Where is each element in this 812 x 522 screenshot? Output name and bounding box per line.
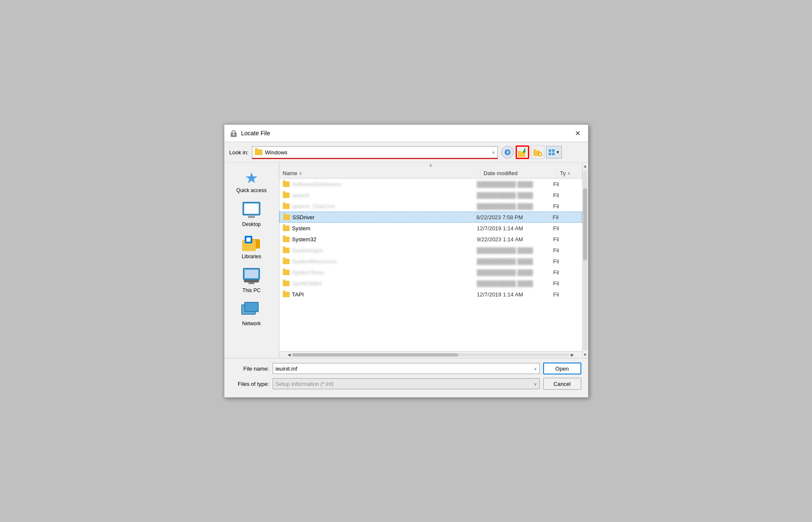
file-row-type: Fil — [553, 247, 579, 254]
toolbar-buttons: ▼ — [501, 145, 562, 159]
sidebar-item-this-pc[interactable]: This PC — [224, 265, 279, 297]
up-folder-icon — [517, 147, 528, 158]
file-row[interactable]: SoftwareDistribution██████████ ████Fil — [279, 179, 582, 190]
svg-rect-13 — [539, 154, 541, 155]
file-name-text: TAPI — [292, 291, 304, 298]
sidebar-quick-access-label: Quick access — [236, 187, 266, 193]
file-name-text: speech_OneCore — [292, 203, 335, 209]
file-row[interactable]: SSDriver8/22/2023 7:58 PMFil — [279, 212, 582, 223]
filename-input[interactable]: ieuinit.inf ∨ — [273, 363, 540, 374]
this-pc-icon — [241, 268, 262, 286]
file-row[interactable]: speech██████████ ████Fil — [279, 190, 582, 201]
folder-icon-sm — [255, 149, 262, 155]
col-header-name[interactable]: Name ∧ — [279, 168, 480, 178]
file-row[interactable]: speech_OneCore██████████ ████Fil — [279, 201, 582, 212]
scroll-up-arrow[interactable]: ▲ — [582, 163, 588, 169]
file-row-type: Fil — [553, 258, 579, 265]
folder-icon — [283, 270, 290, 275]
vertical-scrollbar[interactable]: ▲ ▼ — [582, 163, 588, 358]
file-row-date: ██████████ ████ — [477, 247, 553, 254]
scroll-down-arrow[interactable]: ▼ — [582, 352, 588, 358]
sidebar-item-quick-access[interactable]: ★ Quick access — [224, 167, 279, 197]
file-row-type: Fil — [553, 269, 579, 276]
dialog-title: Locate File — [241, 130, 270, 137]
horizontal-scrollbar[interactable]: ◀ ▶ — [279, 351, 582, 358]
folder-icon — [283, 237, 290, 242]
scroll-right-arrow[interactable]: ▶ — [569, 352, 575, 357]
file-row-name: System — [283, 225, 477, 232]
sidebar-item-network[interactable]: Network — [224, 299, 279, 330]
cancel-button[interactable]: Cancel — [543, 378, 581, 390]
file-list-header: Name ∧ Date modified Ty ∧ — [279, 168, 582, 179]
folder-icon — [283, 181, 290, 187]
look-in-chevron: ∨ — [492, 150, 495, 155]
locate-file-dialog: Locate File ✕ Look in: Windows ∨ — [224, 124, 589, 398]
filetype-row: Files of type: Setup Information (*.inf)… — [231, 378, 581, 390]
close-button[interactable]: ✕ — [573, 128, 583, 138]
red-underline — [252, 158, 498, 159]
file-row[interactable]: SystemTemp██████████ ████Fil — [279, 267, 582, 278]
file-name-text: System32 — [292, 236, 317, 243]
col-header-type[interactable]: Ty ∧ — [557, 168, 582, 178]
filename-row: File name: ieuinit.inf ∨ Open — [231, 363, 581, 374]
file-row[interactable]: System329/22/2023 1:14 AMFil — [279, 234, 582, 245]
filename-value: ieuinit.inf — [276, 366, 297, 372]
look-in-dropdown[interactable]: Windows ∨ — [252, 146, 498, 158]
folder-icon — [283, 215, 290, 220]
scroll-up-indicator: ∧ — [279, 163, 582, 167]
toolbar: Look in: Windows ∨ — [224, 142, 588, 163]
file-row[interactable]: TAPI12/7/2019 1:14 AMFil — [279, 289, 582, 300]
folder-icon — [283, 292, 290, 297]
scroll-left-arrow[interactable]: ◀ — [286, 352, 292, 357]
folder-icon — [283, 226, 290, 231]
folder-icon — [283, 281, 290, 286]
file-row-date: 8/22/2023 7:58 PM — [477, 214, 553, 221]
file-row-date: ██████████ ████ — [477, 192, 553, 198]
file-row-type: Fil — [553, 225, 579, 232]
file-row-name: SystemTemp — [283, 269, 477, 276]
file-row[interactable]: SystemResources██████████ ████Fil — [279, 256, 582, 267]
open-button[interactable]: Open — [543, 363, 581, 374]
file-row-type: Fil — [553, 291, 579, 298]
libraries-icon — [241, 236, 262, 252]
col-header-date[interactable]: Date modified — [480, 168, 557, 178]
filetype-value: Setup Information (*.inf) — [276, 381, 334, 387]
svg-rect-15 — [552, 149, 555, 152]
file-row[interactable]: SystemApps██████████ ████Fil — [279, 245, 582, 256]
file-name-text: SystemApps — [292, 247, 323, 254]
nav-up-button[interactable] — [516, 145, 529, 159]
scroll-track — [292, 353, 569, 357]
look-in-label: Look in: — [229, 149, 249, 156]
view-button[interactable]: ▼ — [546, 146, 562, 159]
filename-label: File name: — [231, 366, 269, 372]
folder-icon — [283, 193, 290, 198]
file-row-type: Fil — [553, 203, 579, 209]
scroll-right-track — [583, 170, 587, 351]
title-bar-left: Locate File — [229, 129, 270, 137]
file-row[interactable]: SysWOW64██████████ ████Fil — [279, 278, 582, 289]
file-list-container: ∧ Name ∧ Date modified Ty ∧ SoftwareDist… — [279, 163, 582, 358]
file-row[interactable]: System12/7/2019 1:14 AMFil — [279, 223, 582, 234]
sidebar-network-label: Network — [242, 321, 261, 327]
folder-icon — [283, 248, 290, 253]
file-row-type: Fil — [553, 280, 579, 287]
file-row-type: Fil — [553, 181, 579, 187]
file-name-text: SystemTemp — [292, 269, 324, 276]
file-row-name: speech_OneCore — [283, 203, 477, 209]
sidebar-this-pc-label: This PC — [243, 288, 261, 293]
new-folder-icon — [533, 148, 542, 157]
filetype-chevron: ∨ — [534, 382, 537, 386]
new-folder-button[interactable] — [531, 145, 544, 159]
network-icon — [241, 302, 262, 319]
nav-back-button[interactable] — [501, 146, 514, 159]
sidebar-item-desktop[interactable]: Desktop — [224, 198, 279, 231]
sort-arrow: ∧ — [299, 171, 302, 176]
file-name-text: SysWOW64 — [292, 280, 322, 287]
file-name-text: SSDriver — [293, 214, 315, 221]
scroll-right-thumb — [583, 188, 587, 260]
sidebar-item-libraries[interactable]: Libraries — [224, 232, 279, 263]
file-row-date: ██████████ ████ — [477, 203, 553, 209]
svg-rect-8 — [524, 148, 525, 152]
filetype-input[interactable]: Setup Information (*.inf) ∨ — [273, 378, 540, 389]
svg-rect-16 — [549, 153, 551, 155]
